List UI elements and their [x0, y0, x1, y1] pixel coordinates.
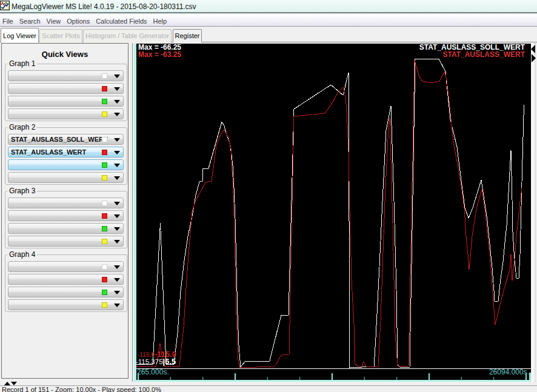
- svg-text:26094.000s.: 26094.000s.: [489, 368, 529, 376]
- svg-text:265.000s.: 265.000s.: [137, 368, 169, 376]
